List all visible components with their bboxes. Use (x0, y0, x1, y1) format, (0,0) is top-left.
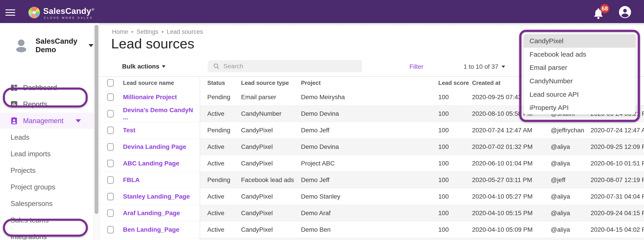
chevron-down-icon (76, 119, 81, 122)
search-icon (213, 63, 220, 70)
lead-source-link[interactable]: ABC Landing Page (123, 155, 198, 171)
created-by-cell: @aliya (551, 221, 589, 238)
registered-mark: ® (92, 8, 94, 12)
project-cell: Demo Ben (301, 221, 435, 238)
score-cell: 100 (438, 172, 471, 188)
notifications-button[interactable]: 68 (590, 4, 613, 21)
project-cell: Demo Jeff (301, 172, 435, 188)
row-checkbox[interactable] (107, 176, 114, 184)
status-cell: Active (207, 105, 240, 122)
pagination-control[interactable]: 1 to 10 of 37 (464, 63, 505, 70)
lead-source-link[interactable]: FBLA (123, 172, 198, 188)
column-header-project[interactable]: Project (301, 77, 435, 89)
lead-source-link[interactable]: Stanley Landing_Page (123, 188, 198, 205)
account-menu-button[interactable] (619, 6, 631, 18)
annotation-ring-dropdown (519, 30, 640, 122)
lead-source-link[interactable]: Ben Landing_Page (123, 221, 198, 238)
score-cell: 100 (438, 205, 471, 221)
row-checkbox[interactable] (107, 93, 114, 101)
row-checkbox[interactable] (107, 226, 114, 233)
created-cell: 2020-04-10 05:27 PM (472, 188, 549, 205)
created-cell: 2020-04-10 05:15 PM (472, 205, 549, 221)
breadcrumb-home[interactable]: Home (112, 29, 128, 35)
sidebar-item-management[interactable]: Management (0, 113, 94, 129)
select-all-checkbox[interactable] (107, 79, 114, 87)
chevron-down-icon (502, 66, 505, 68)
filter-button[interactable]: Filter (410, 63, 423, 70)
hamburger-menu-icon[interactable] (5, 10, 15, 16)
column-header-score[interactable]: Lead score (438, 77, 471, 89)
sidebar-item-lead-imports[interactable]: Lead imports (0, 146, 94, 162)
row-checkbox[interactable] (107, 193, 114, 200)
type-cell: CandyPixel (241, 205, 300, 221)
lead-source-link[interactable]: Araf Landing_Page (123, 205, 198, 221)
sidebar-scrollbar-thumb[interactable] (94, 25, 98, 214)
sidebar-item-label: Project groups (0, 183, 55, 191)
column-header-type[interactable]: Lead source type (241, 77, 300, 89)
score-cell: 100 (438, 122, 471, 138)
sidebar-item-projects[interactable]: Projects (0, 162, 94, 179)
row-checkbox[interactable] (107, 110, 114, 118)
created-cell: 2020-07-24 12:47 AM (472, 122, 549, 138)
sidebar-item-salespersons[interactable]: Salespersons (0, 195, 94, 212)
sidebar-item-label: Projects (0, 167, 36, 175)
column-header-status[interactable]: Status (207, 77, 240, 89)
status-cell: Pending (207, 89, 240, 105)
created-cell: 2020-06-10 01:04 PM (472, 155, 549, 171)
search-input[interactable] (224, 63, 353, 70)
type-cell: Email parser (241, 89, 300, 105)
updated-cell: 2020-08-07 12:19 PM (590, 172, 644, 188)
sidebar-scrollbar (94, 23, 100, 240)
project-cell: Demo Araf (301, 205, 435, 221)
type-cell: Facebook lead ads (241, 172, 300, 188)
score-cell: 100 (438, 188, 471, 205)
candy-swirl-icon (28, 7, 40, 18)
lead-source-link[interactable]: Devina Landing Page (123, 139, 198, 155)
type-cell: CandyPixel (241, 155, 300, 171)
created-cell: 2020-07-02 01:32 PM (472, 139, 549, 155)
lead-source-link[interactable]: Millionaire Project (123, 89, 198, 105)
created-by-cell: @jeff (551, 172, 589, 188)
updated-cell: 2020-06-10 01:51 PM (590, 155, 644, 171)
status-cell: Active (207, 139, 240, 155)
created-by-cell: @aliya (551, 155, 589, 171)
breadcrumb-settings[interactable]: Settings (136, 29, 158, 35)
annotation-ring-lead-sources (3, 219, 88, 237)
column-header-name[interactable]: Lead source name (123, 77, 198, 89)
row-checkbox[interactable] (107, 209, 114, 217)
sidebar-item-label: Leads (0, 133, 29, 141)
page-title: Lead sources (111, 36, 194, 52)
created-by-cell: @aliya (551, 139, 589, 155)
project-cell: Demo Devina (301, 139, 435, 155)
created-by-cell: @jeffrychan (551, 122, 589, 138)
lead-source-link[interactable]: Devina's Demo CandyN ... (123, 105, 198, 122)
updated-cell: 2020-07-24 12:47 AM (590, 122, 644, 138)
type-cell: CandyPixel (241, 139, 300, 155)
row-checkbox[interactable] (107, 160, 114, 167)
table-row: Araf Landing_Page Active CandyPixel Demo… (100, 205, 644, 221)
chevron-down-icon (162, 65, 166, 68)
breadcrumb-lead-sources: Lead sources (167, 29, 203, 35)
bulk-actions-button[interactable]: Bulk actions (122, 63, 166, 70)
brand-tagline: CLOSE MORE SALES (44, 16, 94, 20)
status-cell: Pending (207, 122, 240, 138)
app-root: SalesCandy® CLOSE MORE SALES 68 (0, 0, 644, 240)
created-cell: 2020-04-10 05:09 PM (472, 221, 549, 238)
row-checkbox[interactable] (107, 126, 114, 134)
type-cell: CandyPixel (241, 188, 300, 205)
salescandy-logo: SalesCandy® CLOSE MORE SALES (28, 5, 94, 20)
sidebar-item-leads[interactable]: Leads (0, 129, 94, 146)
status-cell: Active (207, 221, 240, 238)
frozen-column-divider (200, 76, 200, 240)
lead-source-link[interactable]: Test (123, 122, 198, 138)
table-row: Devina Landing Page Active CandyPixel De… (100, 139, 644, 155)
sidebar-item-project-groups[interactable]: Project groups (0, 179, 94, 195)
workspace-switcher[interactable]: SalesCandy Demo (0, 32, 94, 59)
sidebar-item-label: Lead imports (0, 150, 50, 158)
project-cell: Demo Jeff (301, 122, 435, 138)
project-cell: Demo Stanley (301, 188, 435, 205)
status-cell: Active (207, 155, 240, 171)
project-cell: Demo Meirysha (301, 89, 435, 105)
row-checkbox[interactable] (107, 143, 114, 151)
notification-badge: 68 (600, 4, 609, 13)
